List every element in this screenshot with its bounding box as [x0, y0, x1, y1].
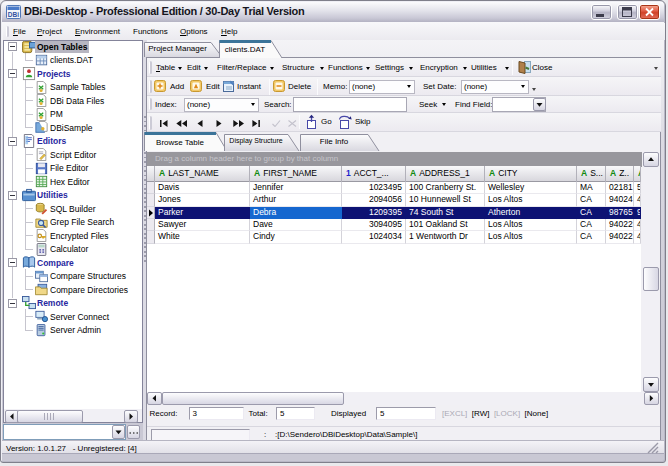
svg-text:DBi: DBi — [8, 11, 19, 18]
